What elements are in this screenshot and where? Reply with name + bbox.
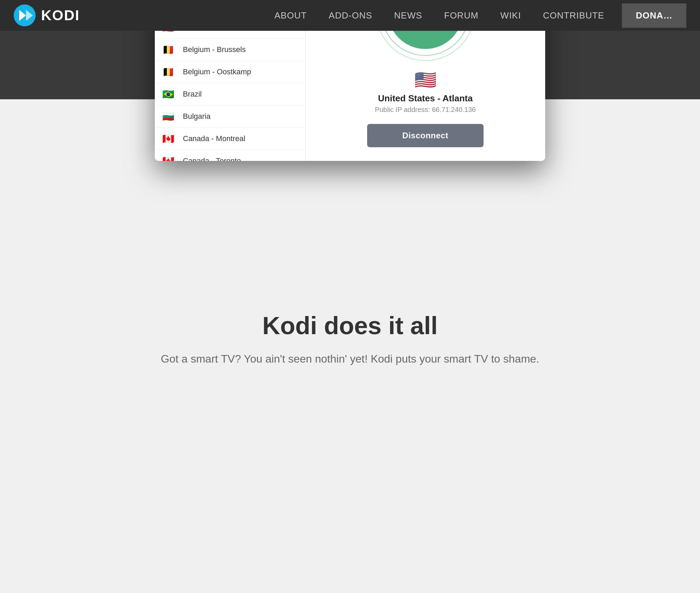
bottom-title: Kodi does it all [161,312,539,340]
flag-belgium-icon [162,44,177,55]
list-item[interactable]: Bulgaria [155,105,305,128]
location-name: Brazil [183,90,202,99]
nav-donate-button[interactable]: DONA… [622,3,686,28]
bottom-section: Kodi does it all Got a smart TV? You ain… [147,291,553,394]
connected-location-name: United States - Atlanta [375,93,476,104]
location-name: Canada - Montreal [183,134,245,143]
nav-link-about[interactable]: ABOUT [263,10,318,21]
ip-value: 66.71.240.136 [432,106,476,113]
list-item[interactable]: Canada - Montreal [155,128,305,150]
list-item[interactable]: Brazil [155,83,305,105]
bottom-subtitle: Got a smart TV? You ain't seen nothin' y… [161,351,539,367]
nav-links: ABOUT ADD-ONS NEWS FORUM WIKI CONTRIBUTE… [263,3,686,28]
connected-flag-icon: 🇺🇸 [375,70,476,90]
logo-text: KODI [41,7,80,24]
location-name: Bulgaria [183,112,211,121]
ip-label: Public IP address: [375,106,430,113]
nav-link-news[interactable]: NEWS [383,10,433,21]
location-name: Belgium - Brussels [183,45,246,54]
logo[interactable]: KODI [14,4,80,26]
list-item[interactable]: Canada - Toronto [155,150,305,161]
disconnect-button[interactable]: Disconnect [367,124,484,147]
list-item[interactable]: Belgium - Oostkamp [155,61,305,83]
kodi-logo-icon [14,4,36,26]
list-item[interactable]: Belgium - Brussels [155,39,305,61]
navbar: KODI ABOUT ADD-ONS NEWS FORUM WIKI CONTR… [0,0,700,31]
nav-link-contribute[interactable]: CONTRIBUTE [532,10,615,21]
flag-canada2-icon [162,155,177,161]
flag-brazil-icon [162,89,177,100]
nav-link-forum[interactable]: FORUM [433,10,489,21]
nav-link-addons[interactable]: ADD-ONS [318,10,383,21]
connected-location: 🇺🇸 United States - Atlanta Public IP add… [375,70,476,114]
location-name: Canada - Toronto [183,156,241,161]
connected-ip: Public IP address: 66.71.240.136 [375,106,476,114]
content-area: ⊞ 🔍 Locations MultiHop™ [0,99,700,593]
flag-belgium2-icon [162,66,177,77]
flag-bulgaria-icon [162,111,177,122]
nav-link-wiki[interactable]: WIKI [489,10,532,21]
flag-canada-icon [162,133,177,144]
location-name: Belgium - Oostkamp [183,67,251,76]
